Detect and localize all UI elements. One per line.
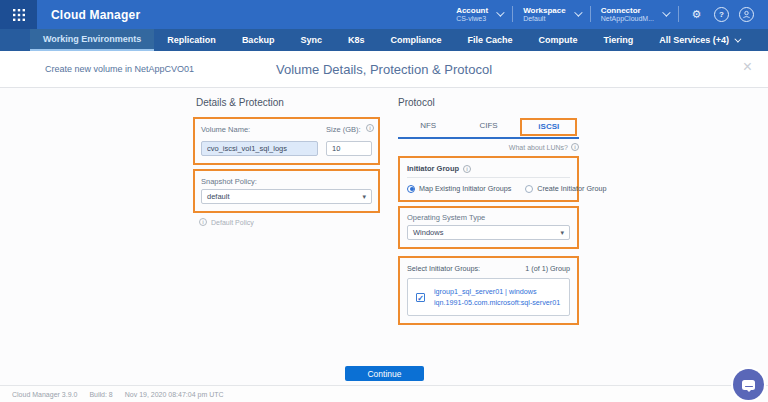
radio-unselected-icon: [525, 185, 533, 193]
default-policy-note: i Default Policy: [199, 218, 380, 226]
nav-tab-file-cache[interactable]: File Cache: [454, 29, 525, 51]
snapshot-policy-annotation-box: Snapshot Policy: default ▾: [193, 169, 380, 213]
snapshot-policy-label: Snapshot Policy:: [201, 177, 372, 186]
tab-cifs[interactable]: CIFS: [458, 118, 518, 137]
workspace-label: Workspace: [523, 6, 566, 15]
select-initiator-groups-annotation-box: Select Initiator Groups: 1 (of 1) Group …: [398, 256, 579, 325]
account-value: CS-vlwe3: [456, 15, 488, 23]
caret-down-icon: ▾: [362, 193, 366, 201]
initiator-group-annotation-box: Initiator Group i Map Existing Initiator…: [398, 156, 579, 202]
nav-tab-working-environments[interactable]: Working Environments: [30, 29, 154, 51]
details-heading: Details & Protection: [196, 97, 380, 108]
tab-iscsi-wrap: iSCSI: [519, 118, 579, 137]
connector-selector[interactable]: Connector NetAppCloudM...: [601, 6, 668, 23]
info-icon: i: [199, 218, 207, 226]
tab-nfs[interactable]: NFS: [398, 118, 458, 137]
divider: [678, 6, 679, 22]
details-protection-section: Details & Protection Volume Name: Size (…: [193, 97, 380, 226]
caret-down-icon: ▾: [560, 229, 564, 237]
size-input[interactable]: [326, 141, 372, 156]
continue-button[interactable]: Continue: [345, 366, 424, 381]
protocol-heading: Protocol: [398, 97, 579, 108]
os-type-value: Windows: [413, 228, 443, 237]
user-account-icon[interactable]: [739, 7, 754, 22]
chat-bubble-icon: [742, 380, 755, 390]
all-services-label: All Services (+4): [659, 35, 729, 45]
radio-map-existing-initiator-groups[interactable]: Map Existing Initiator Groups: [407, 184, 511, 193]
initiator-group-info-icon: i: [463, 165, 471, 173]
iscsi-annotation-box: iSCSI: [520, 118, 577, 136]
chat-widget-button[interactable]: [733, 369, 764, 400]
page-footer: Cloud Manager 3.9.0 Build: 8 Nov 19, 202…: [0, 385, 768, 402]
page-title: Volume Details, Protection & Protocol: [0, 62, 768, 77]
select-groups-header: Select Initiator Groups: 1 (of 1) Group: [407, 264, 570, 273]
account-selector[interactable]: Account CS-vlwe3: [456, 6, 502, 23]
volume-name-label: Volume Name:: [201, 125, 318, 134]
footer-build: Build: 8: [89, 391, 112, 398]
connector-label: Connector: [601, 6, 654, 15]
nav-tab-tiering[interactable]: Tiering: [590, 29, 646, 51]
person-icon: [742, 10, 751, 19]
initiator-group-name: igroup1_sql_server01 | windows: [434, 286, 560, 297]
help-icon[interactable]: ?: [714, 7, 729, 22]
initiator-group-label: Initiator Group: [407, 164, 459, 173]
app-title: Cloud Manager: [51, 8, 140, 22]
size-field-group: Size (GB): i: [326, 125, 372, 156]
radio-label: Create Initiator Group: [537, 184, 606, 193]
nav-tab-replication[interactable]: Replication: [154, 29, 229, 51]
checkbox-checked-icon[interactable]: ✓: [416, 293, 425, 302]
select-groups-count: 1 (of 1) Group: [525, 264, 570, 273]
app-launcher-button[interactable]: [0, 0, 37, 29]
settings-gear-icon[interactable]: ⚙: [689, 7, 704, 22]
initiator-group-options: Map Existing Initiator Groups Create Ini…: [407, 184, 570, 193]
chevron-down-icon: [574, 9, 582, 17]
os-type-select[interactable]: Windows ▾: [407, 225, 570, 240]
radio-label: Map Existing Initiator Groups: [419, 184, 511, 193]
divider: [590, 6, 591, 22]
chevron-down-icon: [496, 9, 504, 17]
connector-value: NetAppCloudM...: [601, 15, 654, 23]
default-policy-text: Default Policy: [211, 219, 254, 226]
tab-iscsi[interactable]: iSCSI: [532, 121, 565, 132]
divider: [512, 6, 513, 22]
initiator-group-label-row: Initiator Group i: [407, 164, 570, 178]
workspace-value: Default: [523, 15, 566, 23]
volume-name-field-group: Volume Name:: [201, 125, 318, 156]
initiator-group-iqn: iqn.1991-05.com.microsoft:sql-server01: [434, 297, 560, 308]
app-bar: Cloud Manager Account CS-vlwe3 Workspace…: [0, 0, 768, 29]
what-about-luns-link[interactable]: What about LUNs? i: [398, 143, 579, 151]
grid-icon: [13, 9, 25, 21]
radio-selected-icon: [407, 185, 415, 193]
chevron-down-icon: [734, 35, 741, 42]
app-bar-right: Account CS-vlwe3 Workspace Default Conne…: [456, 6, 768, 23]
footer-version: Cloud Manager 3.9.0: [12, 391, 77, 398]
initiator-group-details: igroup1_sql_server01 | windows iqn.1991-…: [434, 286, 560, 308]
protocol-section: Protocol NFS CIFS iSCSI What about LUNs?…: [398, 97, 579, 325]
select-groups-label: Select Initiator Groups:: [407, 264, 480, 273]
nav-tab-all-services[interactable]: All Services (+4): [646, 29, 752, 51]
close-icon[interactable]: ×: [743, 59, 752, 75]
os-type-annotation-box: Operating System Type Windows ▾: [398, 206, 579, 249]
nav-tab-sync[interactable]: Sync: [287, 29, 335, 51]
nav-tab-backup[interactable]: Backup: [229, 29, 288, 51]
main-nav: Working Environments Replication Backup …: [0, 29, 768, 51]
wizard-header: Create new volume in NetAppCVO01 Volume …: [0, 51, 768, 88]
nav-tab-k8s[interactable]: K8s: [335, 29, 378, 51]
wizard-content: Details & Protection Volume Name: Size (…: [0, 88, 768, 385]
nav-tab-compliance[interactable]: Compliance: [377, 29, 454, 51]
snapshot-policy-select[interactable]: default ▾: [201, 189, 372, 204]
snapshot-policy-value: default: [207, 192, 230, 201]
size-info-icon[interactable]: i: [366, 124, 374, 132]
workspace-selector[interactable]: Workspace Default: [523, 6, 580, 23]
luns-info-icon: i: [571, 143, 579, 151]
chevron-down-icon: [662, 9, 670, 17]
volume-name-input[interactable]: [201, 141, 318, 156]
cloud-manager-window: Cloud Manager Account CS-vlwe3 Workspace…: [0, 0, 768, 402]
luns-link-text: What about LUNs?: [509, 144, 568, 151]
footer-timestamp: Nov 19, 2020 08:47:04 pm UTC: [125, 391, 224, 398]
initiator-group-list-item[interactable]: ✓ igroup1_sql_server01 | windows iqn.199…: [407, 278, 570, 316]
radio-create-initiator-group[interactable]: Create Initiator Group: [525, 184, 606, 193]
protocol-tabs: NFS CIFS iSCSI: [398, 118, 579, 139]
nav-tab-compute[interactable]: Compute: [525, 29, 590, 51]
volume-name-size-annotation-box: Volume Name: Size (GB): i: [193, 117, 380, 165]
